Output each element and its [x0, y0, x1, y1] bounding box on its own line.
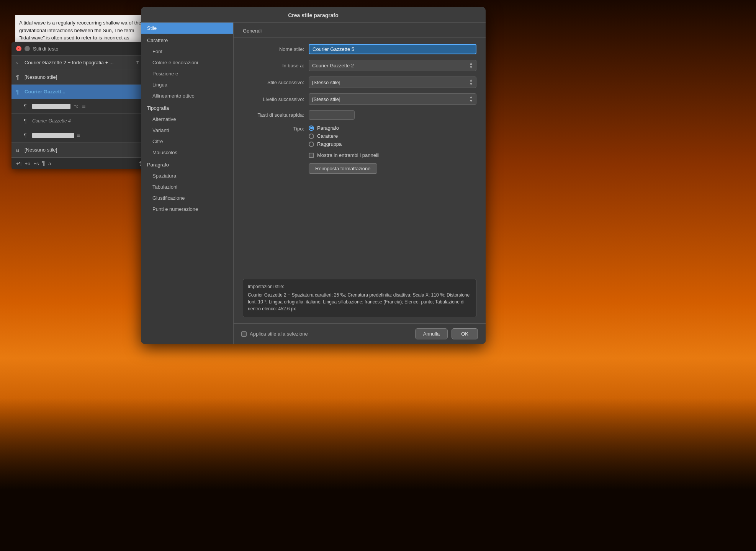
nav-item-alternative[interactable]: Alternative	[141, 114, 233, 125]
nav-label-posizione: Posizione e	[152, 71, 178, 77]
sidebar-item-menu-5[interactable]: ≡	[77, 132, 80, 139]
sidebar-item-menu-3[interactable]: ≡	[82, 103, 85, 110]
footer-checkbox-row: Applica stile alla selezione	[241, 331, 308, 337]
sidebar-pause-button[interactable]	[25, 46, 30, 51]
nav-item-cifre[interactable]: Cifre	[141, 136, 233, 147]
form-row-stile-successivo: Stile successivo: [Stesso stile] ▲▼	[243, 77, 476, 88]
nav-label-cifre: Cifre	[152, 139, 163, 144]
add-char-style-button[interactable]: +a	[25, 161, 31, 166]
nav-item-colore[interactable]: Colore e decorazioni	[141, 57, 233, 68]
para-icon-bottom[interactable]: ¶	[42, 160, 46, 167]
nav-label-tabulazioni: Tabulazioni	[152, 184, 177, 190]
radio-raggruppa[interactable]: Raggruppa	[309, 141, 342, 147]
sidebar-item-sub-1[interactable]: ¶ ⌥, ≡	[11, 99, 149, 114]
nav-item-paragrafo[interactable]: Paragrafo	[141, 158, 233, 170]
add-para-style-button[interactable]: +¶	[16, 161, 22, 166]
form-row-nome-stile: Nome stile:	[243, 44, 476, 54]
form-row-tipo: Tipo: Paragrafo Carattere Raggruppa	[243, 125, 476, 147]
para-icon-5: ¶	[24, 132, 30, 139]
tipo-label: Tipo:	[243, 125, 304, 132]
sidebar-item-sub-2[interactable]: ¶ Courier Gazzette 4 ≡	[11, 114, 149, 128]
dialog-nav: Stile Carattere Font Colore e decorazion…	[141, 23, 234, 344]
sidebar-header-left: × Stili di testo	[16, 46, 58, 52]
annulla-button[interactable]: Annulla	[415, 328, 448, 339]
nav-label-stile: Stile	[147, 25, 157, 31]
form-row-livello-successivo: Livello successivo: [Stesso stile] ▲▼	[243, 93, 476, 105]
radio-raggruppa-circle	[309, 142, 314, 147]
sidebar-item-type-icon-0: T	[136, 60, 139, 65]
livello-successivo-select[interactable]: [Stesso stile] ▲▼	[309, 93, 476, 105]
nav-label-font: Font	[152, 49, 162, 54]
nav-item-maiuscolos[interactable]: Maiuscolos	[141, 147, 233, 158]
nav-item-varianti[interactable]: Varianti	[141, 125, 233, 136]
stile-successivo-label: Stile successivo:	[243, 80, 304, 85]
in-base-a-arrow: ▲▼	[469, 62, 473, 69]
nome-stile-input[interactable]	[309, 44, 476, 54]
livello-successivo-label: Livello successivo:	[243, 96, 304, 102]
form-row-in-base-a: In base a: Courier Gazzette 2 ▲▼	[243, 60, 476, 71]
mostra-checkbox[interactable]	[309, 153, 314, 158]
stile-successivo-select[interactable]: [Stesso stile] ▲▼	[309, 77, 476, 88]
sidebar-item-sub-3[interactable]: ¶ ≡	[11, 128, 149, 143]
sidebar-item-text-0: Courier Gazzette 2 + forte tipografia + …	[25, 60, 135, 65]
nav-label-lingua: Lingua	[152, 82, 167, 88]
add-s-button[interactable]: +s	[33, 161, 39, 166]
footer-buttons: Annulla OK	[415, 328, 478, 339]
sidebar-item-no-style-para[interactable]: ¶ [Nessuno stile] ≡	[11, 70, 149, 85]
tipo-radio-group: Paragrafo Carattere Raggruppa	[309, 125, 342, 147]
form-row-tasti: Tasti di scelta rapida:	[243, 110, 476, 120]
sidebar-styles-panel: × Stili di testo ≡ › Courier Gazzette 2 …	[11, 42, 149, 169]
in-base-a-label: In base a:	[243, 63, 304, 68]
nav-item-posizione[interactable]: Posizione e	[141, 68, 233, 79]
sidebar-item-expand[interactable]: › Courier Gazzette 2 + forte tipografia …	[11, 55, 149, 70]
ok-button[interactable]: OK	[452, 328, 478, 339]
nav-item-tabulazioni[interactable]: Tabulazioni	[141, 181, 233, 192]
applica-checkbox[interactable]	[241, 331, 247, 337]
sidebar-title: Stili di testo	[33, 46, 58, 52]
in-base-a-value: Courier Gazzette 2	[312, 63, 354, 68]
char-icon-bottom[interactable]: a	[48, 161, 51, 166]
nome-stile-label: Nome stile:	[243, 46, 304, 52]
tasti-input[interactable]	[309, 110, 355, 120]
nav-item-stile[interactable]: Stile	[141, 23, 233, 34]
radio-paragrafo-label: Paragrafo	[317, 125, 339, 131]
sidebar-item-text-6: [Nessuno stile]	[25, 147, 139, 153]
radio-paragrafo[interactable]: Paragrafo	[309, 125, 342, 131]
nav-item-font[interactable]: Font	[141, 46, 233, 57]
nav-item-carattere[interactable]: Carattere	[141, 34, 233, 46]
nav-item-lingua[interactable]: Lingua	[141, 79, 233, 90]
section-label-text: Generali	[243, 28, 262, 34]
reimposta-button[interactable]: Reimposta formattazione	[309, 163, 377, 174]
nav-label-colore: Colore e decorazioni	[152, 60, 198, 65]
dialog-title: Crea stile paragrafo	[141, 7, 486, 23]
mostra-checkbox-row: Mostra in entrambi i pannelli	[309, 152, 476, 158]
applica-label: Applica stile alla selezione	[250, 331, 308, 337]
nav-label-paragrafo: Paragrafo	[147, 162, 169, 168]
style-info-area: Impostazioni stile: Courier Gazzette 2 +…	[243, 279, 476, 317]
sidebar-bottom-bar: +¶ +a +s ¶ a 🗑	[11, 157, 149, 169]
dialog-body: Stile Carattere Font Colore e decorazion…	[141, 23, 486, 344]
nav-item-tipografia[interactable]: Tipografia	[141, 101, 233, 114]
form-area: Nome stile: In base a: Courier Gazzette …	[234, 38, 486, 279]
expand-icon: ›	[16, 60, 22, 66]
impostazioni-stile-label: Impostazioni stile:	[248, 284, 471, 289]
radio-carattere-label: Carattere	[317, 133, 338, 139]
radio-carattere-circle	[309, 134, 314, 139]
section-generali: Generali	[234, 23, 486, 38]
sidebar-item-courier-gazzette[interactable]: ¶ Courier Gazzett... ≡	[11, 85, 149, 99]
radio-carattere[interactable]: Carattere	[309, 133, 342, 139]
dialog-footer: Applica stile alla selezione Annulla OK	[234, 323, 486, 344]
nav-item-allineamento[interactable]: Allineamento ottico	[141, 90, 233, 101]
in-base-a-select[interactable]: Courier Gazzette 2 ▲▼	[309, 60, 476, 71]
sidebar-close-button[interactable]: ×	[16, 46, 21, 51]
nav-item-giustificazione[interactable]: Giustificazione	[141, 192, 233, 204]
annulla-label: Annulla	[423, 331, 440, 337]
tasti-label: Tasti di scelta rapida:	[243, 112, 304, 118]
livello-successivo-value: [Stesso stile]	[312, 96, 340, 102]
sidebar-item-text-2: Courier Gazzett...	[25, 89, 139, 95]
sidebar-item-no-style-char[interactable]: a [Nessuno stile] ≡	[11, 143, 149, 157]
nav-item-spaziatura[interactable]: Spaziatura	[141, 170, 233, 181]
sub-style-bar-1	[32, 104, 70, 109]
nav-item-punti[interactable]: Punti e numerazione	[141, 204, 233, 215]
sidebar-item-text-4: Courier Gazzette 4	[32, 118, 139, 124]
